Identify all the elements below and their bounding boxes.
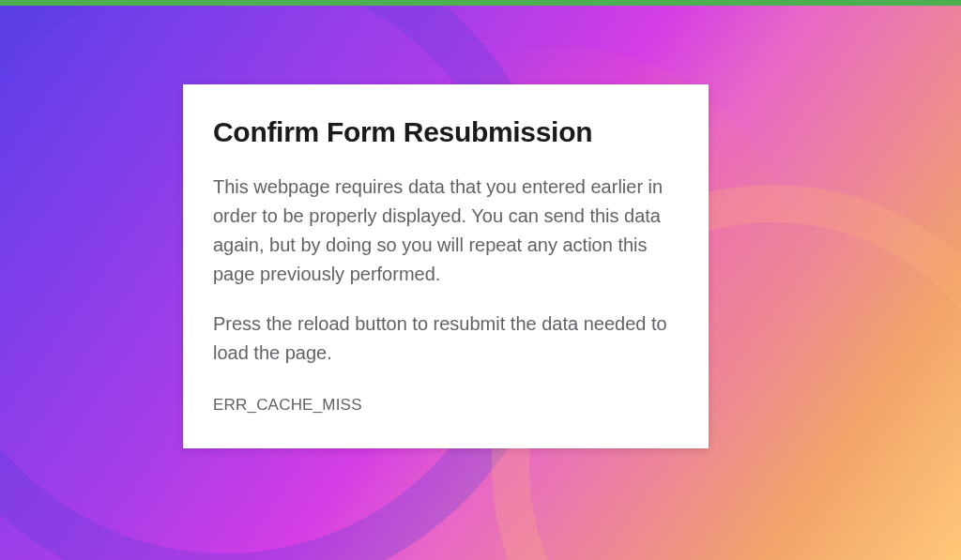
error-dialog: Confirm Form Resubmission This webpage r… — [183, 84, 709, 448]
error-instruction-text: Press the reload button to resubmit the … — [213, 310, 680, 368]
top-accent-bar — [0, 0, 961, 6]
error-title: Confirm Form Resubmission — [213, 116, 680, 148]
error-body-text: This webpage requires data that you ente… — [213, 173, 680, 289]
error-code: ERR_CACHE_MISS — [213, 396, 680, 415]
